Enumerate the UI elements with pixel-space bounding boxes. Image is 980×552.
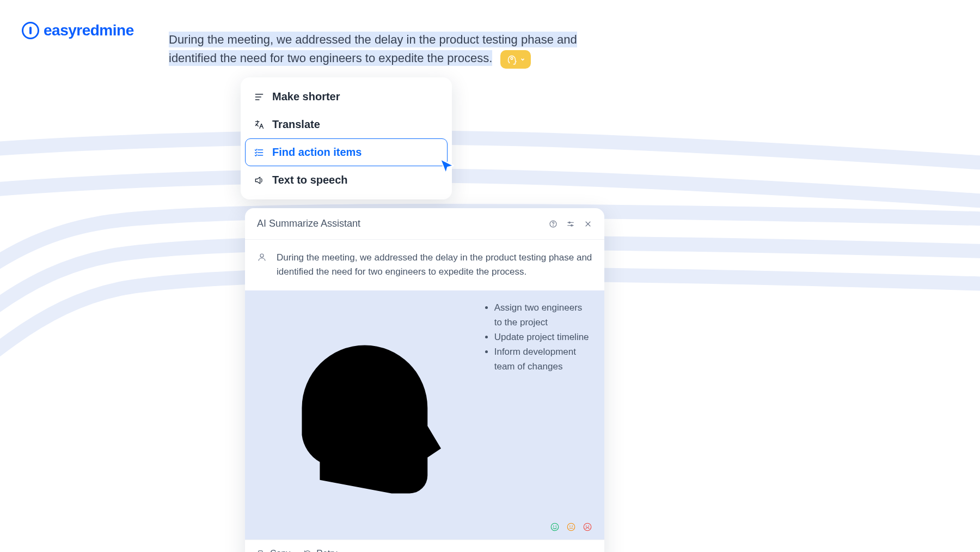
- feedback-neutral-icon[interactable]: [566, 522, 576, 532]
- menu-item-label: Make shorter: [272, 90, 340, 103]
- svg-point-20: [567, 524, 575, 531]
- translate-icon: [254, 119, 265, 130]
- chevron-down-icon: [520, 57, 525, 62]
- svg-point-22: [569, 526, 570, 527]
- list-item: Inform development team of changes: [494, 344, 592, 374]
- svg-point-16: [347, 372, 383, 408]
- svg-point-26: [589, 526, 589, 527]
- settings-sliders-icon[interactable]: [566, 220, 575, 228]
- ai-assistant-panel: AI Summarize Assistant During the meetin…: [245, 208, 604, 552]
- menu-item-label: Translate: [272, 118, 320, 131]
- assistant-output-list: Assign two engineers to the project Upda…: [482, 300, 592, 516]
- brand-logo-mark: [22, 22, 39, 39]
- svg-point-0: [511, 57, 513, 59]
- ai-trigger-button[interactable]: [500, 50, 531, 69]
- ai-head-icon: [506, 53, 518, 65]
- list-item: Assign two engineers to the project: [494, 300, 592, 330]
- menu-item-label: Text to speech: [272, 174, 348, 186]
- brand-logo-text: easyredmine: [44, 22, 134, 39]
- editor-highlighted-block: During the meeting, we addressed the del…: [169, 31, 621, 69]
- svg-point-25: [586, 526, 586, 527]
- shorten-icon: [254, 92, 265, 102]
- copy-button[interactable]: Copy: [257, 549, 290, 552]
- retry-button[interactable]: Retry: [303, 549, 337, 552]
- menu-item-translate[interactable]: Translate: [245, 111, 448, 138]
- user-icon: [257, 252, 267, 262]
- copy-icon: [257, 549, 266, 552]
- assistant-title: AI Summarize Assistant: [257, 218, 360, 229]
- svg-point-23: [572, 526, 573, 527]
- menu-item-text-to-speech[interactable]: Text to speech: [245, 166, 448, 194]
- assistant-footer: Copy Retry: [245, 539, 604, 552]
- ai-head-icon: [257, 300, 473, 516]
- svg-point-8: [553, 225, 554, 226]
- menu-item-label: Find action items: [272, 146, 362, 159]
- cursor-icon: [437, 157, 457, 177]
- assistant-input-row: During the meeting, we addressed the del…: [245, 240, 604, 290]
- close-icon[interactable]: [584, 220, 592, 228]
- ai-context-menu: Make shorter Translate Find action items…: [241, 77, 452, 199]
- assistant-header: AI Summarize Assistant: [245, 208, 604, 240]
- svg-point-19: [556, 526, 556, 527]
- menu-item-find-action-items[interactable]: Find action items: [245, 138, 448, 166]
- feedback-group: [550, 522, 592, 532]
- menu-item-make-shorter[interactable]: Make shorter: [245, 83, 448, 111]
- action-items-icon: [254, 147, 265, 158]
- retry-icon: [303, 549, 312, 552]
- svg-point-17: [551, 524, 559, 531]
- svg-point-24: [584, 524, 591, 531]
- feedback-negative-icon[interactable]: [583, 522, 592, 532]
- assistant-output-block: Assign two engineers to the project Upda…: [245, 290, 604, 540]
- list-item: Update project timeline: [494, 330, 592, 344]
- brand-logo: easyredmine: [22, 22, 134, 39]
- speaker-icon: [254, 175, 265, 186]
- retry-button-label: Retry: [316, 549, 337, 552]
- help-icon[interactable]: [549, 220, 558, 228]
- feedback-positive-icon[interactable]: [550, 522, 560, 532]
- svg-point-15: [260, 254, 264, 257]
- assistant-input-text: During the meeting, we addressed the del…: [277, 251, 592, 280]
- copy-button-label: Copy: [270, 549, 290, 552]
- svg-point-18: [553, 526, 554, 527]
